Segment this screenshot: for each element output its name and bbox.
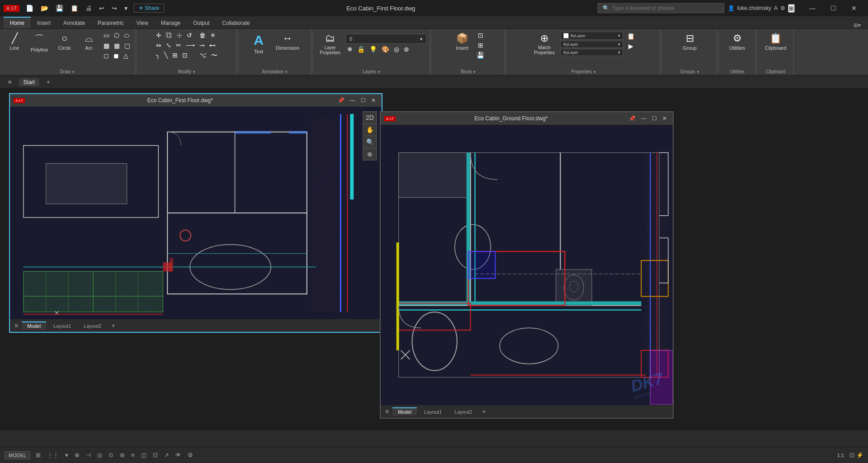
- hatch-tool[interactable]: ▩: [102, 41, 111, 50]
- print-button[interactable]: 🖨: [83, 4, 94, 13]
- layer-unisolate-tool[interactable]: ⊛: [402, 45, 411, 54]
- modify-expand[interactable]: ▾: [193, 70, 195, 74]
- text-tool[interactable]: A Text: [247, 31, 270, 56]
- layer-properties-tool[interactable]: 🗂 LayerProperties: [316, 31, 344, 57]
- minimize-button[interactable]: —: [802, 0, 823, 16]
- layers-expand[interactable]: ▾: [378, 70, 380, 74]
- array-tool[interactable]: ⊞: [170, 51, 179, 60]
- rotate-tool[interactable]: ↺: [185, 31, 194, 40]
- lineweight-button[interactable]: ≡: [129, 451, 137, 459]
- extend-tool[interactable]: ⟶: [184, 41, 197, 50]
- save-button[interactable]: 💾: [53, 4, 66, 13]
- tab-collaborate[interactable]: Collaborate: [216, 17, 256, 28]
- layer-isolate-tool[interactable]: ◎: [392, 45, 401, 54]
- dw2-close-button[interactable]: ✕: [660, 115, 669, 122]
- ortho-button[interactable]: ⊣: [84, 451, 93, 459]
- layer-color-tool[interactable]: 🎨: [380, 45, 391, 54]
- add-tab-button[interactable]: +: [43, 78, 54, 86]
- tab-manage[interactable]: Manage: [155, 17, 187, 28]
- polygon-tool[interactable]: ⬡: [112, 31, 121, 40]
- dw1-tab-add[interactable]: +: [108, 321, 118, 330]
- dw2-tab-layout2[interactable]: Layout2: [449, 407, 477, 416]
- dimension-tool[interactable]: ↔ Dimension: [272, 31, 303, 52]
- dw1-tab-model[interactable]: Model: [22, 321, 46, 330]
- polyline-tool[interactable]: ⌒ Polyline: [27, 31, 52, 54]
- tab-annotate[interactable]: Annotate: [57, 17, 91, 28]
- undo-button[interactable]: ↩: [96, 4, 107, 13]
- region-tool[interactable]: ◻: [102, 51, 111, 60]
- share-button[interactable]: ✈ Share: [134, 4, 164, 13]
- transparency-button[interactable]: ◫: [139, 451, 148, 459]
- redo-button[interactable]: ↪: [109, 4, 120, 13]
- dw1-close-button[interactable]: ✕: [369, 97, 378, 104]
- tab-view[interactable]: View: [130, 17, 155, 28]
- expand-button[interactable]: ⊞: [788, 4, 795, 13]
- create-block-tool[interactable]: ⊡: [475, 31, 486, 40]
- annotation-scale[interactable]: ↗: [162, 451, 171, 459]
- pedit-tool[interactable]: ⌥: [198, 51, 208, 61]
- lineweight-dropdown[interactable]: ByLayer ▾: [560, 49, 623, 56]
- rectangle-tool[interactable]: ▭: [102, 31, 111, 40]
- insert-block-tool[interactable]: 📦 Insert: [450, 31, 474, 68]
- properties-expand[interactable]: ▾: [594, 70, 596, 74]
- new-button[interactable]: 📄: [23, 4, 36, 13]
- splinedit-tool[interactable]: 〜: [209, 51, 219, 61]
- line-tool[interactable]: ╱ Line: [3, 31, 26, 52]
- layer-dropdown[interactable]: 0 ▾: [345, 34, 427, 44]
- annotation-expand[interactable]: ▾: [285, 70, 288, 74]
- save-as-button[interactable]: 📋: [68, 4, 81, 13]
- explode-tool[interactable]: ✳: [208, 31, 217, 40]
- dw1-tab-layout1[interactable]: Layout1: [48, 321, 76, 330]
- define-block-tool[interactable]: ⊞: [475, 41, 486, 50]
- dw1-canvas[interactable]: 2D ✋ 🔍 ⊕: [10, 107, 382, 319]
- dw2-canvas[interactable]: DK7 AUTOCAD: [381, 125, 673, 405]
- workspace-selector[interactable]: ⊞▾: [850, 22, 864, 28]
- revision-tool[interactable]: △: [122, 51, 130, 60]
- hardware-accel[interactable]: ⚡: [856, 452, 863, 458]
- zoom-button[interactable]: 🔍: [363, 136, 377, 148]
- layer-freeze-tool[interactable]: ❄: [345, 45, 354, 54]
- nav-more-button[interactable]: ⊕: [363, 148, 377, 160]
- dropdown-arrow[interactable]: ▾: [122, 4, 130, 13]
- pan-button[interactable]: ✋: [363, 124, 377, 136]
- dw1-tab-menu[interactable]: ≡: [13, 321, 20, 330]
- wipeout-tool[interactable]: ◼: [112, 51, 121, 60]
- layer-lock-tool[interactable]: 🔒: [355, 45, 367, 54]
- close-button[interactable]: ✕: [844, 0, 864, 16]
- copy-tool[interactable]: ⿻: [164, 31, 174, 40]
- open-button[interactable]: 📂: [38, 4, 51, 13]
- tab-parametric[interactable]: Parametric: [91, 17, 130, 28]
- erase-tool[interactable]: 🗑: [198, 31, 208, 40]
- tab-output[interactable]: Output: [187, 17, 216, 28]
- grid-dropdown[interactable]: ▾: [63, 451, 70, 459]
- dw2-pin-button[interactable]: 📌: [627, 115, 638, 122]
- groups-expand[interactable]: ▾: [697, 70, 699, 74]
- list-tool[interactable]: 📋: [625, 32, 637, 41]
- view-2d-button[interactable]: 2D: [363, 112, 377, 124]
- annotation-visibility[interactable]: 👁: [174, 451, 183, 459]
- dw2-tab-layout1[interactable]: Layout1: [419, 407, 447, 416]
- dw1-pin-button[interactable]: 📌: [335, 97, 347, 104]
- utilities-tool[interactable]: ⚙ Utilities: [726, 31, 749, 68]
- join-tool[interactable]: ⊷: [208, 41, 217, 50]
- isolate-button[interactable]: ⊡: [849, 452, 854, 458]
- gradient-tool[interactable]: ▦: [112, 41, 122, 50]
- dw2-maximize-button[interactable]: ☐: [650, 115, 659, 122]
- dw1-minimize-button[interactable]: —: [348, 97, 358, 104]
- clipboard-tool[interactable]: 📋 Clipboard: [761, 31, 790, 68]
- grid-button[interactable]: ⊞: [34, 451, 42, 459]
- snap-button[interactable]: ⊕: [73, 451, 81, 459]
- tab-insert[interactable]: Insert: [31, 17, 57, 28]
- mirror-tool[interactable]: ⇔: [154, 41, 163, 50]
- stretch-tool[interactable]: ⊹: [175, 31, 184, 40]
- trim-tool[interactable]: ✂: [174, 41, 183, 50]
- menu-button[interactable]: ≡: [5, 78, 15, 86]
- search-input[interactable]: [612, 5, 712, 11]
- maximize-button[interactable]: ☐: [823, 0, 844, 16]
- boundary-tool[interactable]: ▢: [123, 41, 132, 50]
- group-tool[interactable]: ⊟ Group: [678, 31, 702, 68]
- linetype-dropdown[interactable]: ByLayer ▾: [560, 41, 623, 48]
- dw2-tab-add[interactable]: +: [479, 407, 488, 416]
- selection-button[interactable]: ⊡: [151, 451, 160, 459]
- wblock-tool[interactable]: 💾: [475, 51, 486, 60]
